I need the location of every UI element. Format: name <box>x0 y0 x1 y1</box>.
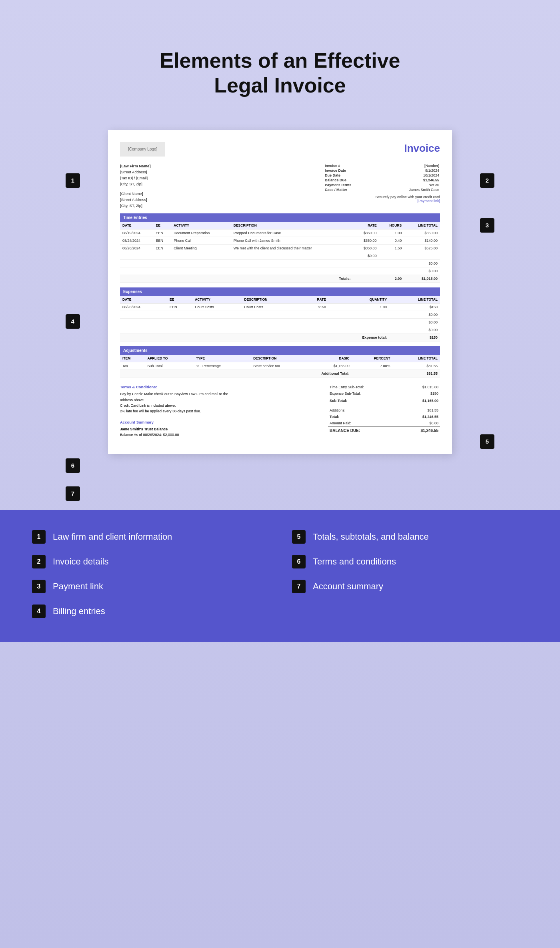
side-badge-5: 5 <box>480 434 494 449</box>
col-description: DESCRIPTION <box>242 296 300 303</box>
col-hours: HOURS <box>379 222 404 229</box>
table-row: 08/26/2024EENClient MeetingWe met with t… <box>120 245 440 252</box>
legend-item-5: 5 Totals, subtotals, and balance <box>292 530 528 544</box>
col-basic: BASIC <box>312 355 352 362</box>
col-activity: ACTIVITY <box>171 222 231 229</box>
legend-text-5: Totals, subtotals, and balance <box>313 532 429 542</box>
side-badge-2: 2 <box>480 173 494 188</box>
col-line-total: LINE TOTAL <box>392 355 440 362</box>
legend-badge-6: 6 <box>292 555 306 568</box>
adjustments-table: ITEM APPLIED TO TYPE DESCRIPTION BASIC P… <box>120 355 440 378</box>
adjustments-header: Adjustments <box>120 346 440 355</box>
main-title-block: Elements of an Effective Legal Invoice <box>0 0 560 130</box>
legend-text-4: Billing entries <box>53 606 105 617</box>
side-badge-7: 7 <box>66 486 80 501</box>
company-logo: [Company Logo] <box>120 142 165 157</box>
col-rate: RATE <box>300 296 328 303</box>
legend-badge-3: 3 <box>32 580 46 593</box>
col-date: DATE <box>120 222 154 229</box>
terms-title: Terms & Conditions: <box>120 384 320 390</box>
terms-line2: address above. <box>120 397 320 403</box>
col-date: DATE <box>120 296 167 303</box>
table-row-empty: $0.00 <box>120 260 440 267</box>
table-row-empty: $0.00 <box>120 326 440 334</box>
legend-text-6: Terms and conditions <box>313 556 396 567</box>
invoice-top-row: [Company Logo] Invoice <box>120 142 440 157</box>
col-description: DESCRIPTION <box>231 222 353 229</box>
legend-item-empty <box>292 605 528 618</box>
legend-grid: 1 Law firm and client information 5 Tota… <box>32 530 528 618</box>
invoice-details: Invoice # [Number] Invoice Date 9/1/2024… <box>324 163 440 209</box>
legend-item-1: 1 Law firm and client information <box>32 530 268 544</box>
summary-paid-row: Amount Paid: $0.00 <box>328 420 440 427</box>
side-badge-3: 3 <box>480 218 494 233</box>
legend-section: 1 Law firm and client information 5 Tota… <box>0 510 560 642</box>
totals-summary-block: Time Entry Sub-Total: $1,015.00 Expense … <box>328 384 440 438</box>
side-badge-6: 6 <box>66 458 80 473</box>
summary-subtotal-row: Sub-Total: $1,165.00 <box>328 397 440 404</box>
col-line-total: LINE TOTAL <box>404 222 440 229</box>
adjustments-total: Additional Total: $81.55 <box>120 370 440 378</box>
page-title: Elements of an Effective Legal Invoice <box>8 24 552 114</box>
col-applied: APPLIED TO <box>145 355 194 362</box>
expenses-table: DATE EE ACTIVITY DESCRIPTION RATE QUANTI… <box>120 296 440 341</box>
summary-additions-row: Additions: $81.55 <box>328 407 440 414</box>
legend-badge-1: 1 <box>32 530 46 544</box>
account-summary-title: Account Summary <box>120 419 320 425</box>
table-row: 08/24/2024EENPhone CallPhone Call with J… <box>120 237 440 245</box>
legend-badge-5: 5 <box>292 530 306 544</box>
payment-link[interactable]: Securely pay online with your credit car… <box>324 195 440 203</box>
col-line-total: LINE TOTAL <box>389 296 440 303</box>
legend-text-1: Law firm and client information <box>53 532 172 542</box>
expenses-total: Expense total:$150 <box>120 334 440 341</box>
legend-text-7: Account summary <box>313 581 383 592</box>
page-background: Elements of an Effective Legal Invoice 1… <box>0 0 560 948</box>
legend-text-3: Payment link <box>53 581 103 592</box>
summary-row: Time Entry Sub-Total: $1,015.00 <box>328 384 440 390</box>
table-row: 08/19/2024EENDocument PreparationPrepped… <box>120 229 440 237</box>
legend-text-2: Invoice details <box>53 556 108 567</box>
col-description: DESCRIPTION <box>251 355 312 362</box>
col-activity: ACTIVITY <box>192 296 242 303</box>
summary-row <box>328 404 440 407</box>
legend-item-4: 4 Billing entries <box>32 605 268 618</box>
adjustments-section: Adjustments ITEM APPLIED TO TYPE DESCRIP… <box>120 346 440 378</box>
table-row-empty: $0.00 <box>120 252 440 260</box>
trust-balance-value: Balance As of 08/26/2024: $2,000.00 <box>120 432 320 438</box>
table-row: TaxSub-Total% - PercentageState service … <box>120 362 440 370</box>
table-row-empty: $0.00 <box>120 267 440 275</box>
table-row-empty: $0.00 <box>120 311 440 319</box>
table-row: 08/26/2024EENCourt CostsCourt Costs$1501… <box>120 303 440 311</box>
col-item: ITEM <box>120 355 145 362</box>
terms-line3: Credit Card Link is included above. <box>120 403 320 408</box>
time-entries-header: Time Entries <box>120 213 440 222</box>
side-badge-1: 1 <box>66 173 80 188</box>
time-entries-section: Time Entries DATE EE ACTIVITY DESCRIPTIO… <box>120 213 440 283</box>
col-quantity: QUANTITY <box>328 296 389 303</box>
expenses-header: Expenses <box>120 287 440 296</box>
invoice-bottom: Terms & Conditions: Pay by Check: Make c… <box>120 384 440 438</box>
summary-balance-row: BALANCE DUE: $1,246.55 <box>328 427 440 434</box>
col-ee: EE <box>154 222 172 229</box>
time-entries-totals: Totals:2.90$1,015.00 <box>120 275 440 283</box>
col-ee: EE <box>167 296 192 303</box>
expenses-section: Expenses DATE EE ACTIVITY DESCRIPTION RA… <box>120 287 440 341</box>
legend-badge-2: 2 <box>32 555 46 568</box>
legend-item-2: 2 Invoice details <box>32 555 268 568</box>
terms-line4: 2% late fee will be applied every 30-day… <box>120 408 320 414</box>
col-rate: RATE <box>353 222 379 229</box>
legend-item-6: 6 Terms and conditions <box>292 555 528 568</box>
summary-total-row: Total: $1,246.55 <box>328 414 440 420</box>
trust-balance-label: Jame Smith's Trust Balance <box>120 426 320 432</box>
totals-table: Time Entry Sub-Total: $1,015.00 Expense … <box>328 384 440 434</box>
terms-line1: Pay by Check: Make check out to Bayview … <box>120 391 320 397</box>
details-table: Invoice # [Number] Invoice Date 9/1/2024… <box>324 163 440 193</box>
legend-item-7: 7 Account summary <box>292 580 528 593</box>
firm-info: [Law Firm Name] [Street Address] [Tax ID… <box>120 163 151 209</box>
terms-and-account: Terms & Conditions: Pay by Check: Make c… <box>120 384 320 438</box>
table-row-empty: $0.00 <box>120 319 440 326</box>
side-badge-4: 4 <box>66 314 80 329</box>
legend-item-3: 3 Payment link <box>32 580 268 593</box>
col-type: TYPE <box>194 355 251 362</box>
time-entries-table: DATE EE ACTIVITY DESCRIPTION RATE HOURS … <box>120 222 440 283</box>
